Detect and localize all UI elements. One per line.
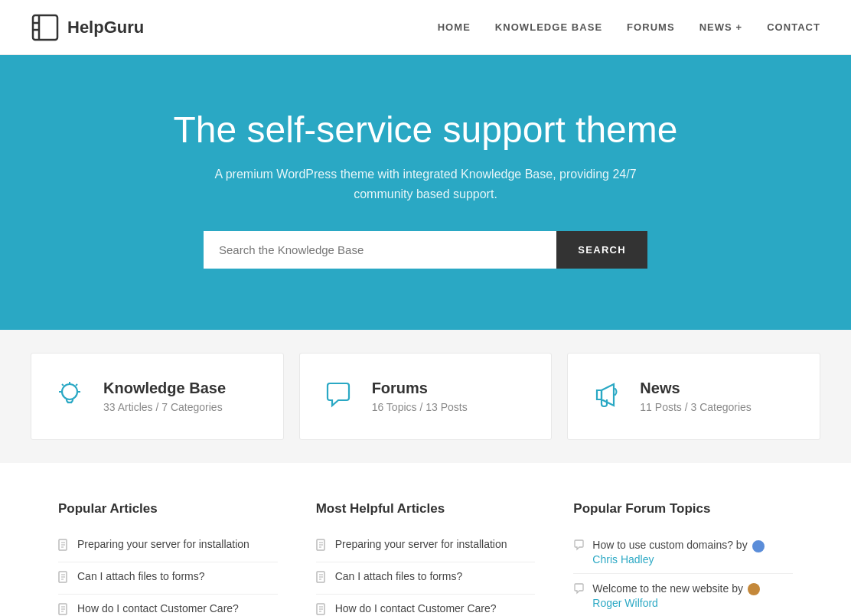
svg-line-8: [62, 384, 64, 386]
forum-author-link[interactable]: Chris Hadley: [592, 553, 764, 565]
nav-forums[interactable]: FORUMS: [627, 21, 675, 33]
search-button[interactable]: SEARCH: [556, 231, 647, 269]
helpful-articles-list: Preparing your server for installation C…: [316, 530, 536, 616]
list-item[interactable]: How do I contact Customer Care?: [316, 595, 536, 616]
document-icon: [316, 603, 328, 616]
document-icon: [316, 571, 328, 586]
megaphone-icon: [589, 378, 623, 415]
stat-info-knowledge-base: Knowledge Base 33 Articles / 7 Categorie…: [103, 380, 226, 413]
forum-topic-content: Welcome to the new website by Roger Wilf…: [592, 582, 760, 609]
nav-news[interactable]: NEWS +: [699, 21, 742, 33]
lightbulb-icon: [53, 378, 86, 415]
stat-sub-forums: 16 Topics / 13 Posts: [372, 401, 468, 413]
svg-line-7: [76, 384, 77, 386]
hero-subtitle: A premium WordPress theme with integrate…: [211, 165, 640, 204]
avatar: [748, 583, 760, 595]
popular-articles-list: Preparing your server for installation C…: [58, 530, 278, 616]
forum-topic-content: How to use custom domains? by Chris Hadl…: [592, 538, 764, 565]
list-item[interactable]: Preparing your server for installation: [58, 530, 278, 562]
stat-title-knowledge-base: Knowledge Base: [103, 380, 226, 397]
document-icon: [58, 603, 70, 616]
search-bar: SEARCH: [204, 231, 647, 269]
stat-info-news: News 11 Posts / 3 Categories: [640, 380, 752, 413]
nav-contact[interactable]: CONTACT: [767, 21, 820, 33]
forum-topics-list: How to use custom domains? by Chris Hadl…: [573, 530, 793, 616]
hero-section: The self-service support theme A premium…: [0, 55, 851, 330]
popular-articles-title: Popular Articles: [58, 501, 278, 517]
chat-bubble-icon: [573, 583, 585, 597]
forum-author-link[interactable]: Roger Wilford: [592, 597, 760, 609]
nav-knowledge-base[interactable]: KNOWLEDGE BASE: [495, 21, 602, 33]
logo-text: HelpGuru: [67, 18, 144, 37]
main-nav: HOME KNOWLEDGE BASE FORUMS NEWS + CONTAC…: [438, 21, 820, 33]
stat-card-forums[interactable]: Forums 16 Topics / 13 Posts: [299, 353, 553, 440]
popular-articles-col: Popular Articles Preparing your server f…: [58, 501, 278, 616]
list-item: How to use custom domains? by Chris Hadl…: [573, 530, 793, 574]
document-icon: [58, 539, 70, 554]
stat-info-forums: Forums 16 Topics / 13 Posts: [372, 380, 468, 413]
stats-grid: Knowledge Base 33 Articles / 7 Categorie…: [31, 353, 820, 440]
list-item[interactable]: Can I attach files to forms?: [58, 562, 278, 595]
list-item[interactable]: How do I contact Customer Care?: [58, 595, 278, 616]
chat-bubble-icon: [573, 539, 585, 553]
logo-icon: [31, 13, 60, 42]
forum-topics-col: Popular Forum Topics How to use custom d…: [573, 501, 793, 616]
content-grid: Popular Articles Preparing your server f…: [58, 501, 793, 616]
stat-card-knowledge-base[interactable]: Knowledge Base 33 Articles / 7 Categorie…: [31, 353, 284, 440]
nav-home[interactable]: HOME: [438, 21, 471, 33]
list-item: Welcome to the new website by Roger Wilf…: [573, 574, 793, 616]
svg-point-4: [62, 384, 77, 399]
helpful-articles-title: Most Helpful Articles: [316, 501, 536, 517]
stat-sub-knowledge-base: 33 Articles / 7 Categories: [103, 401, 226, 413]
stat-sub-news: 11 Posts / 3 Categories: [640, 401, 752, 413]
logo[interactable]: HelpGuru: [31, 13, 144, 42]
avatar: [752, 540, 765, 552]
stat-card-news[interactable]: News 11 Posts / 3 Categories: [567, 353, 820, 440]
forum-topics-title: Popular Forum Topics: [573, 501, 793, 517]
document-icon: [58, 571, 70, 586]
search-input[interactable]: [204, 231, 556, 269]
stats-section: Knowledge Base 33 Articles / 7 Categorie…: [0, 330, 851, 463]
helpful-articles-col: Most Helpful Articles Preparing your ser…: [316, 501, 536, 616]
site-header: HelpGuru HOME KNOWLEDGE BASE FORUMS NEWS…: [0, 0, 851, 55]
svg-rect-0: [33, 15, 57, 40]
list-item[interactable]: Can I attach files to forms?: [316, 562, 536, 595]
list-item[interactable]: Preparing your server for installation: [316, 530, 536, 562]
chat-icon: [321, 378, 355, 415]
hero-title: The self-service support theme: [31, 109, 820, 151]
content-section: Popular Articles Preparing your server f…: [28, 463, 823, 616]
stat-title-forums: Forums: [372, 380, 468, 397]
document-icon: [316, 539, 328, 554]
stat-title-news: News: [640, 380, 752, 397]
